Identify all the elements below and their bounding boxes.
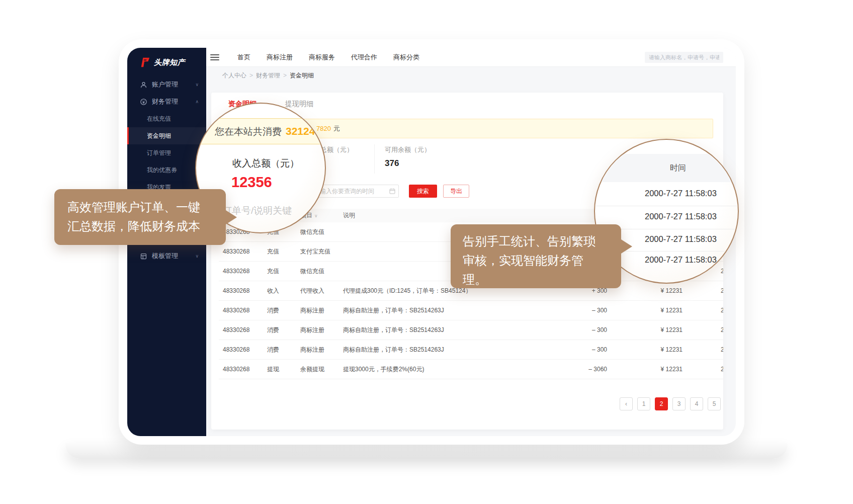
template-icon [140, 253, 147, 260]
magnified-notice: 您在本站共消费32124 [195, 118, 326, 144]
chevron-up-icon: ∧ [195, 99, 199, 104]
nav-agent-coop[interactable]: 代理合作 [351, 53, 377, 62]
table-row[interactable]: 48330268消费商标注册商标自助注册，订单号：SB2514263J– 300… [219, 340, 723, 360]
callout-line: 汇总数据，降低财务成本 [67, 217, 226, 236]
breadcrumb: 个人中心 > 财务管理 > 资金明细 [206, 67, 736, 84]
table-row[interactable]: 48330268提现余额提现提现3000元，手续费2%(60元)– 3060¥ … [219, 360, 723, 379]
chevron-down-icon: ∨ [195, 254, 199, 259]
sidebar-item-label: 账户管理 [152, 80, 178, 89]
callout-left: 高效管理账户订单、一键 汇总数据，降低财务成本 [54, 189, 226, 245]
search-button[interactable]: 搜索 [409, 185, 437, 198]
col-description: 说明 [339, 211, 563, 220]
breadcrumb-separator: > [249, 72, 253, 79]
page-button-2-active[interactable]: 2 [655, 397, 668, 410]
nav-trademark-register[interactable]: 商标注册 [267, 53, 293, 62]
breadcrumb-current: 资金明细 [290, 71, 314, 80]
nav-home[interactable]: 首页 [237, 53, 250, 62]
page-button-3[interactable]: 3 [672, 397, 686, 410]
magnified-notice-amount: 32124 [286, 125, 315, 137]
breadcrumb-item[interactable]: 财务管理 [256, 71, 280, 80]
callout-line: 告别手工统计、告别繁琐 [463, 232, 621, 251]
export-button[interactable]: 导出 [443, 185, 469, 198]
page-button-5[interactable]: 5 [708, 397, 721, 410]
table-row[interactable]: 48330268消费商标注册商标自助注册，订单号：SB2514263J– 300… [219, 301, 723, 320]
page-button-1[interactable]: 1 [637, 397, 650, 410]
prev-page-button[interactable]: ‹ [620, 397, 633, 410]
notice-unit: 元 [333, 124, 340, 133]
sidebar-item-coupons[interactable]: 我的优惠券 [127, 161, 206, 179]
table-row[interactable]: 48330268消费商标注册商标自助注册，订单号：SB2514263J– 300… [219, 320, 723, 340]
sidebar-item-account[interactable]: 账户管理 ∨ [127, 76, 206, 93]
callout-line: 理。 [463, 270, 621, 289]
global-search-input[interactable] [645, 52, 723, 63]
stat-balance: 可用余额（元） 376 [375, 144, 431, 174]
user-icon [140, 81, 147, 89]
page-button-4[interactable]: 4 [690, 397, 703, 410]
sidebar-item-fund-detail[interactable]: 资金明细 [127, 127, 206, 144]
sidebar-item-recharge[interactable]: 在线充值 [127, 110, 206, 127]
breadcrumb-separator: > [283, 72, 287, 79]
time-input[interactable] [315, 185, 399, 198]
breadcrumb-item[interactable]: 个人中心 [222, 71, 246, 80]
finance-icon [140, 98, 147, 106]
sidebar-item-template[interactable]: 模板管理 ∨ [127, 247, 206, 265]
magnified-time-cell: 2000-7-27 11:58:03 [645, 189, 717, 198]
page: 头牌知产 账户管理 ∨ 财务管理 ∧ [0, 0, 853, 504]
notice-amount: 7820 [316, 125, 331, 132]
divider [595, 206, 738, 206]
magnified-stat-label: 收入总额（元） [232, 157, 299, 170]
stat-value: 376 [385, 158, 431, 169]
magnified-time-cell: 2000-7-27 11:58:03 [645, 255, 717, 265]
pagination: ‹ 1 2 3 4 5 › [211, 397, 723, 410]
sidebar-item-finance[interactable]: 财务管理 ∧ [127, 93, 206, 110]
callout-line: 高效管理账户订单、一键 [67, 198, 226, 217]
menu-icon[interactable] [210, 54, 219, 60]
magnified-time-cell: 2000-7-27 11:58:03 [645, 212, 717, 221]
laptop-base [65, 443, 788, 459]
sidebar-item-orders[interactable]: 订单管理 [127, 144, 206, 161]
brand-logo[interactable]: 头牌知产 [127, 48, 206, 68]
tab-withdraw-detail[interactable]: 提现明细 [285, 100, 313, 109]
sort-caret-icon: ∨ [314, 213, 318, 218]
magnified-time-cell: 2000-7-27 11:58:03 [645, 234, 717, 244]
callout-right: 告别手工统计、告别繁琐 审核，实现智能财务管 理。 [451, 224, 621, 288]
sidebar-item-label: 模板管理 [152, 251, 178, 261]
card-tabs: 资金明细 提现明细 [228, 93, 723, 109]
calendar-icon [389, 188, 395, 194]
top-nav-links: 首页 商标注册 商标服务 代理合作 商标分类 [237, 53, 419, 62]
logo-icon [139, 57, 150, 68]
nav-trademark-category[interactable]: 商标分类 [393, 53, 419, 62]
stat-label: 可用余额（元） [385, 145, 431, 154]
top-navbar: 首页 商标注册 商标服务 代理合作 商标分类 [206, 48, 736, 67]
callout-line: 审核，实现智能财务管 [463, 251, 621, 270]
sidebar-item-label: 财务管理 [152, 97, 178, 106]
chevron-down-icon: ∨ [195, 82, 199, 87]
time-filter [315, 185, 399, 198]
logo-text: 头牌知产 [154, 58, 185, 67]
magnified-stat-value: 12356 [231, 174, 272, 191]
nav-trademark-service[interactable]: 商标服务 [309, 53, 335, 62]
